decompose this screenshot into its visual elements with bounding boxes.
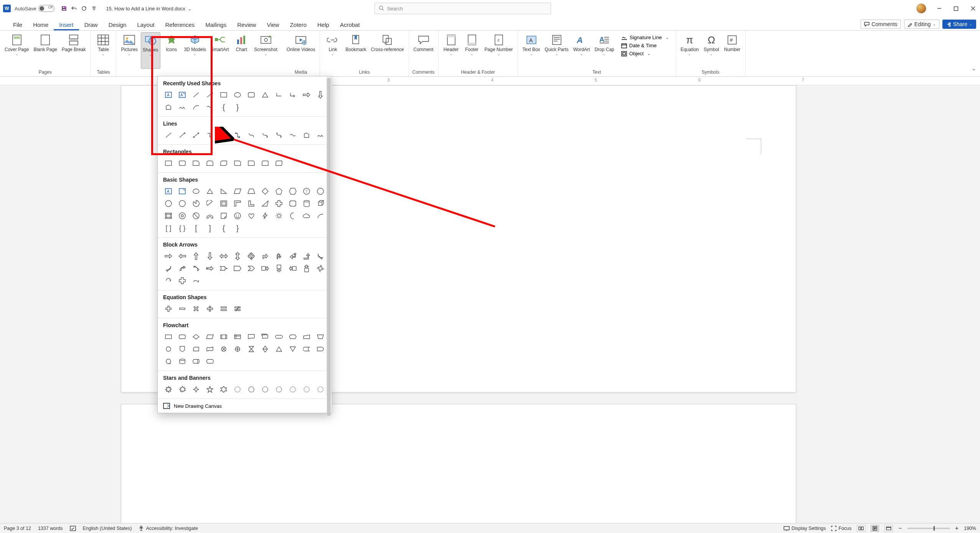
arc-shape-icon[interactable]: [314, 210, 327, 221]
freeform-tool-icon[interactable]: [300, 130, 313, 141]
tab-mailings[interactable]: Mailings: [200, 19, 232, 30]
arrow-leftright-icon[interactable]: [218, 251, 230, 262]
flow-process-icon[interactable]: [162, 331, 175, 342]
shape-left-brace-icon[interactable]: {: [218, 102, 230, 113]
shape-textbox-icon[interactable]: A: [162, 89, 175, 100]
web-layout-button[interactable]: [884, 525, 893, 532]
arrow-chevron-icon[interactable]: [245, 263, 257, 274]
tab-home[interactable]: Home: [28, 19, 54, 30]
arrow-left-callout-icon[interactable]: [287, 263, 299, 274]
line-arrow-icon[interactable]: [176, 130, 188, 141]
flow-extract-icon[interactable]: [273, 344, 285, 354]
footer-button[interactable]: Footer⌄: [462, 32, 482, 69]
sun-icon[interactable]: [273, 210, 285, 221]
shape-rounded-rect-icon[interactable]: [245, 89, 257, 100]
round-diag-rect-icon[interactable]: [273, 158, 285, 169]
tab-design[interactable]: Design: [103, 19, 132, 30]
pictures-button[interactable]: Pictures⌄: [119, 32, 139, 69]
page-number-button[interactable]: #Page Number⌄: [483, 32, 515, 69]
elbow-arrow-connector-icon[interactable]: [218, 130, 230, 141]
shape-arc-icon[interactable]: [190, 102, 202, 113]
shape-curve-icon[interactable]: [204, 102, 216, 113]
curved-double-arrow-icon[interactable]: [273, 130, 285, 141]
eq-divide-icon[interactable]: [204, 303, 216, 314]
no-symbol-icon[interactable]: [190, 210, 202, 221]
snip-single-rect-icon[interactable]: [190, 158, 202, 169]
flow-collate-icon[interactable]: [245, 344, 257, 354]
shape-elbow-arrow-icon[interactable]: [287, 89, 299, 100]
flow-magdisk-icon[interactable]: [176, 356, 188, 367]
diamond-icon[interactable]: [259, 186, 271, 197]
arrow-right-block-icon[interactable]: [162, 251, 175, 262]
bookmark-button[interactable]: Bookmark: [344, 32, 368, 69]
flow-data-icon[interactable]: [204, 331, 216, 342]
tab-draw[interactable]: Draw: [79, 19, 103, 30]
star-explosion1-icon[interactable]: [162, 384, 175, 395]
online-videos-button[interactable]: Online Videos: [285, 32, 317, 69]
object-button[interactable]: Object⌄: [620, 50, 670, 57]
pentagon-icon[interactable]: [273, 186, 285, 197]
close-button[interactable]: [969, 5, 977, 12]
quick-parts-button[interactable]: Quick Parts⌄: [543, 32, 570, 69]
flow-summing-icon[interactable]: [218, 344, 230, 354]
scribble-tool-icon[interactable]: [314, 130, 327, 141]
flow-merge-icon[interactable]: [287, 344, 299, 354]
flow-stored-icon[interactable]: [300, 344, 313, 354]
flow-manualinput-icon[interactable]: [300, 331, 313, 342]
drop-cap-button[interactable]: ADrop Cap⌄: [593, 32, 615, 69]
eq-notequal-icon[interactable]: [231, 303, 244, 314]
elbow-double-arrow-icon[interactable]: [231, 130, 244, 141]
left-bracket-icon[interactable]: [: [190, 223, 202, 233]
status-page[interactable]: Page 3 of 12: [4, 526, 31, 531]
flow-card-icon[interactable]: [190, 344, 202, 354]
arrow-down-block-icon[interactable]: [204, 251, 216, 262]
flow-multidoc-icon[interactable]: [259, 331, 271, 342]
tab-help[interactable]: Help: [312, 19, 335, 30]
user-avatar[interactable]: [916, 3, 926, 13]
moon-icon[interactable]: [287, 210, 299, 221]
curved-connector-icon[interactable]: [245, 130, 257, 141]
display-settings-button[interactable]: Display Settings: [784, 526, 826, 531]
arrow-curveddown-icon[interactable]: [190, 263, 202, 274]
share-button[interactable]: Share⌄: [942, 20, 976, 29]
flow-directaccess-icon[interactable]: [190, 356, 202, 367]
print-layout-button[interactable]: [871, 525, 879, 532]
right-bracket-icon[interactable]: ]: [204, 223, 216, 233]
star-7-icon[interactable]: [231, 384, 244, 395]
new-drawing-canvas[interactable]: New Drawing Canvas: [158, 399, 332, 413]
star-10-icon[interactable]: [259, 384, 271, 395]
arrow-curvedleft-icon[interactable]: [162, 263, 175, 274]
undo-button[interactable]: [69, 3, 79, 13]
screenshot-button[interactable]: Screenshot⌄: [252, 32, 279, 69]
elbow-connector-icon[interactable]: [204, 130, 216, 141]
qat-customize-button[interactable]: [89, 3, 99, 13]
arrow-striped-icon[interactable]: [204, 263, 216, 274]
block-arc-icon[interactable]: [204, 210, 216, 221]
zoom-out-button[interactable]: −: [898, 525, 902, 532]
editing-mode-button[interactable]: Editing⌄: [904, 20, 939, 29]
flow-connector-icon[interactable]: [162, 344, 175, 354]
shape-oval-icon[interactable]: [231, 89, 244, 100]
snip-same-rect-icon[interactable]: [204, 158, 216, 169]
snip-diag-rect-icon[interactable]: [218, 158, 230, 169]
star-32-icon[interactable]: [314, 384, 327, 395]
arrow-left-block-icon[interactable]: [176, 251, 188, 262]
eq-minus-icon[interactable]: [176, 303, 188, 314]
tab-review[interactable]: Review: [232, 19, 261, 30]
flow-altprocess-icon[interactable]: [176, 331, 188, 342]
signature-line-button[interactable]: Signature Line⌄: [620, 34, 670, 41]
line-double-arrow-icon[interactable]: [190, 130, 202, 141]
arrow-uturn-icon[interactable]: [273, 251, 285, 262]
arrow-updown-icon[interactable]: [231, 251, 244, 262]
decagon-icon[interactable]: [162, 198, 175, 209]
flow-sort-icon[interactable]: [259, 344, 271, 354]
tab-acrobat[interactable]: Acrobat: [335, 19, 365, 30]
status-accessibility[interactable]: Accessibility: Investigate: [139, 526, 198, 531]
right-triangle-icon[interactable]: [218, 186, 230, 197]
link-button[interactable]: Link⌄: [323, 32, 342, 69]
shape-scribble-icon[interactable]: [176, 102, 188, 113]
star-16-icon[interactable]: [287, 384, 299, 395]
arrow-up-callout-icon[interactable]: [300, 263, 313, 274]
frame-icon[interactable]: [218, 198, 230, 209]
star-6-icon[interactable]: [218, 384, 230, 395]
